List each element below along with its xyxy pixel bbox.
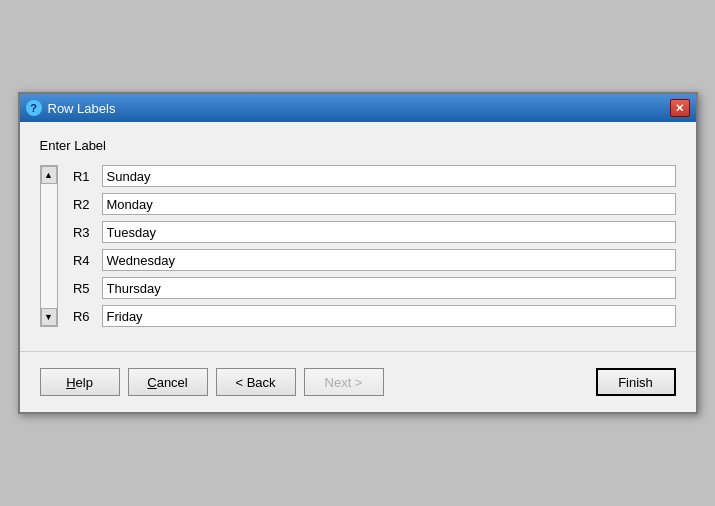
cancel-button[interactable]: Cancel bbox=[128, 368, 208, 396]
table-row: R1 bbox=[66, 165, 676, 187]
row-input-4[interactable] bbox=[102, 249, 676, 271]
help-button[interactable]: Help bbox=[40, 368, 120, 396]
scroll-down-button[interactable]: ▼ bbox=[41, 308, 57, 326]
title-bar-left: ? Row Labels bbox=[26, 100, 116, 116]
help-label: Help bbox=[66, 375, 93, 390]
dialog-body: Enter Label ▲ ▼ R1R2R3R4R5R6 bbox=[20, 122, 696, 339]
table-row: R3 bbox=[66, 221, 676, 243]
dialog-icon: ? bbox=[26, 100, 42, 116]
back-button[interactable]: < Back bbox=[216, 368, 296, 396]
button-group-left: Help Cancel < Back Next > bbox=[40, 368, 588, 396]
row-input-3[interactable] bbox=[102, 221, 676, 243]
table-row: R4 bbox=[66, 249, 676, 271]
cancel-label: Cancel bbox=[147, 375, 187, 390]
table-row: R5 bbox=[66, 277, 676, 299]
scroll-up-button[interactable]: ▲ bbox=[41, 166, 57, 184]
row-input-5[interactable] bbox=[102, 277, 676, 299]
row-label-3: R3 bbox=[66, 225, 90, 240]
next-button[interactable]: Next > bbox=[304, 368, 384, 396]
row-label-5: R5 bbox=[66, 281, 90, 296]
scroll-track bbox=[41, 184, 57, 308]
close-button[interactable]: ✕ bbox=[670, 99, 690, 117]
row-label-6: R6 bbox=[66, 309, 90, 324]
button-row: Help Cancel < Back Next > Finish bbox=[20, 351, 696, 412]
enter-label-text: Enter Label bbox=[40, 138, 676, 153]
table-row: R2 bbox=[66, 193, 676, 215]
back-label: < Back bbox=[235, 375, 275, 390]
dialog-title: Row Labels bbox=[48, 101, 116, 116]
finish-button[interactable]: Finish bbox=[596, 368, 676, 396]
dialog-window: ? Row Labels ✕ Enter Label ▲ ▼ R1R2R3R4R… bbox=[18, 92, 698, 414]
row-input-2[interactable] bbox=[102, 193, 676, 215]
row-label-4: R4 bbox=[66, 253, 90, 268]
scrollbar[interactable]: ▲ ▼ bbox=[40, 165, 58, 327]
row-label-2: R2 bbox=[66, 197, 90, 212]
row-label-1: R1 bbox=[66, 169, 90, 184]
rows-area: ▲ ▼ R1R2R3R4R5R6 bbox=[40, 165, 676, 327]
row-input-1[interactable] bbox=[102, 165, 676, 187]
rows-content: R1R2R3R4R5R6 bbox=[66, 165, 676, 327]
next-label: Next > bbox=[325, 375, 363, 390]
row-input-6[interactable] bbox=[102, 305, 676, 327]
table-row: R6 bbox=[66, 305, 676, 327]
title-bar: ? Row Labels ✕ bbox=[20, 94, 696, 122]
finish-label: Finish bbox=[618, 375, 653, 390]
